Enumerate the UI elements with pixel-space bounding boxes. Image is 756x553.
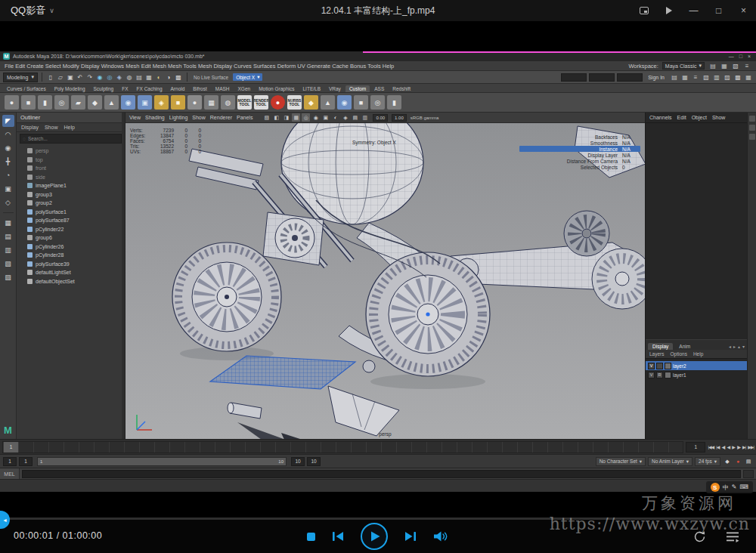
outliner-item[interactable]: polySurface1 (17, 208, 125, 217)
shelf-tab[interactable]: ASS (370, 85, 388, 92)
mel-toggle-button[interactable]: MEL (0, 468, 20, 479)
outliner-item[interactable]: group2 (17, 199, 125, 208)
sign-in-link[interactable]: Sign In (648, 75, 665, 80)
status-icon[interactable]: ◎ (105, 73, 114, 82)
viewport-toggle-icon[interactable]: ◈ (341, 113, 349, 122)
menubar-icon[interactable]: ≡ (742, 61, 751, 71)
shelf-tab[interactable]: Redshift (389, 85, 414, 92)
playhead[interactable]: 1 (4, 442, 18, 453)
shelf-icon[interactable]: ● (271, 95, 285, 110)
playback-button[interactable]: ▶▶| (748, 444, 754, 450)
viewport-toggle-icon[interactable]: ◐ (331, 113, 339, 122)
maya-close-button[interactable]: × (748, 54, 751, 59)
viewport-3d-canvas[interactable]: Verts: 7239 0 0 Edges: 13847 0 0 (125, 123, 645, 439)
playback-button[interactable]: ▶| (742, 444, 745, 450)
shelf-icon[interactable]: ■ (354, 95, 368, 110)
layout-preset-icon[interactable]: ▨ (2, 271, 14, 283)
coordinate-input[interactable] (561, 73, 587, 82)
viewport-menu-item[interactable]: Show (192, 115, 206, 120)
maya-minimize-button[interactable]: — (729, 54, 734, 59)
playback-button[interactable]: ▶ (732, 444, 735, 450)
playback-button[interactable]: |▶ (737, 444, 740, 450)
tool-icon[interactable]: ╋ (2, 156, 14, 168)
shelf-tab[interactable]: MASH (212, 85, 234, 92)
outliner-item[interactable]: pCylinder22 (17, 225, 125, 234)
menu-item[interactable]: Select (45, 63, 61, 70)
maya-maximize-button[interactable]: □ (739, 54, 742, 59)
layout-preset-icon[interactable]: ▦ (2, 217, 14, 229)
menu-item[interactable]: Edit Mesh (141, 63, 166, 70)
outliner-search-input[interactable]: ◌ Search... (20, 134, 122, 144)
shelf-tab[interactable]: Curves / Surfaces (3, 85, 50, 92)
outliner-scrollbar[interactable] (122, 113, 125, 439)
outliner-menu-item[interactable]: Help (64, 125, 74, 130)
menu-item[interactable]: Generate (307, 63, 330, 70)
outliner-item[interactable]: persp (17, 147, 125, 156)
shelf-icon[interactable]: MODEL TOOL (237, 95, 252, 110)
range-end-field[interactable]: 10 (307, 457, 321, 466)
status-icon[interactable]: ▦ (144, 73, 153, 82)
channel-box-menu-item[interactable]: Edit (677, 115, 686, 120)
layer-type-toggle[interactable] (656, 363, 663, 369)
app-menu-button[interactable]: QQ影音 ∨ (0, 4, 65, 17)
channel-box-toggle-icon[interactable] (749, 116, 755, 122)
current-frame-field[interactable]: 1 (686, 442, 705, 453)
timeline-track[interactable]: 1 (2, 441, 683, 453)
shelf-icon[interactable]: ◍ (221, 95, 235, 110)
tool-icon[interactable]: ◤ (2, 115, 14, 127)
viewport-toggle-icon[interactable]: ▤ (351, 113, 359, 122)
tool-settings-toggle-icon[interactable] (749, 134, 755, 140)
tool-icon[interactable]: ◇ (2, 196, 14, 209)
menu-item[interactable]: Surfaces (253, 63, 276, 70)
status-icon[interactable]: ◍ (125, 73, 134, 82)
outliner-item[interactable]: polySurface39 (17, 260, 125, 269)
status-toggle-icon[interactable]: ▩ (733, 73, 742, 82)
viewport-toggle-icon[interactable]: ▧ (262, 113, 271, 122)
menu-item[interactable]: Help (383, 63, 394, 70)
minimize-button[interactable]: — (681, 0, 706, 21)
range-bar[interactable]: 1 10 (37, 457, 287, 466)
viewport-toggle-icon[interactable]: ◉ (311, 113, 320, 122)
outliner-item[interactable]: defaultObjectSet (17, 277, 125, 286)
shelf-tab[interactable]: LITE/LB (299, 85, 324, 92)
shelf-icon[interactable]: ■ (171, 95, 185, 110)
gamma-field[interactable]: 1.00 (392, 114, 407, 122)
layer-visibility-toggle[interactable]: V (648, 372, 655, 378)
range-start-field[interactable]: 1 (3, 457, 17, 466)
menu-item[interactable]: File (5, 63, 14, 70)
close-button[interactable]: × (731, 0, 756, 21)
layout-preset-icon[interactable]: ▤ (2, 230, 14, 243)
layer-visibility-toggle[interactable]: V (648, 363, 655, 369)
playback-button[interactable]: ◀| (721, 444, 724, 450)
layer-editor-menu-item[interactable]: Layers (649, 351, 665, 357)
viewport-menu-item[interactable]: Lighting (169, 115, 188, 120)
viewport-toggle-icon[interactable]: ◧ (272, 113, 280, 122)
range-end-field[interactable]: 10 (291, 457, 305, 466)
layout-preset-icon[interactable]: ▥ (2, 244, 14, 256)
symmetry-select[interactable]: Object X ▾ (233, 73, 262, 81)
status-toggle-icon[interactable]: ▥ (712, 73, 721, 82)
outliner-item[interactable]: pCylinder26 (17, 243, 125, 252)
outliner-menu-item[interactable]: Display (21, 125, 39, 130)
tool-icon[interactable]: ◉ (2, 142, 14, 154)
layer-order-icon[interactable]: ▸ (733, 344, 736, 349)
channel-box-menu-item[interactable]: Channels (649, 115, 672, 120)
playback-button[interactable]: |◀◀ (708, 444, 714, 450)
script-editor-icon[interactable] (743, 470, 754, 478)
status-toggle-icon[interactable]: ▦ (680, 73, 689, 82)
maximize-button[interactable]: □ (706, 0, 731, 21)
status-icon[interactable]: ▩ (174, 73, 183, 82)
menu-item[interactable]: Mesh Tools (168, 63, 197, 70)
layer-color-swatch[interactable] (665, 363, 671, 369)
mode-select[interactable]: Modeling ▾ (3, 73, 38, 82)
menu-item[interactable]: Deform (277, 63, 296, 70)
layout-preset-icon[interactable]: ▧ (2, 258, 14, 270)
shelf-tab[interactable]: Motion Graphics (255, 85, 298, 92)
coordinate-input[interactable] (617, 73, 643, 82)
mini-mode-button[interactable] (631, 0, 656, 21)
shelf-tab[interactable]: FX (118, 85, 132, 92)
tool-icon[interactable]: ◔ (2, 169, 14, 181)
status-icon[interactable]: ▱ (56, 73, 65, 82)
viewport-menu-item[interactable]: Panels (237, 115, 253, 120)
status-toggle-icon[interactable]: ▧ (702, 73, 711, 82)
